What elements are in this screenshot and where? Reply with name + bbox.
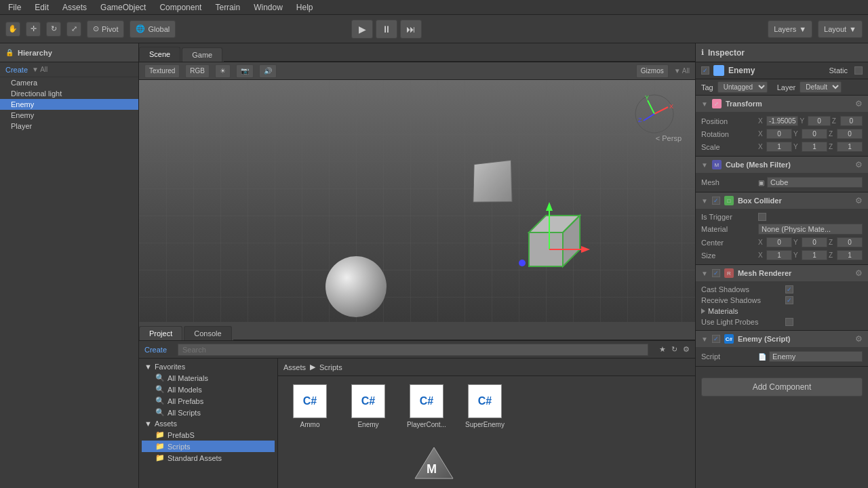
size-x[interactable]: 1 [766, 250, 792, 260]
tag-dropdown[interactable]: Untagged [717, 81, 768, 93]
play-button[interactable]: ▶ [351, 20, 373, 39]
use-light-probes-checkbox[interactable]: □ [785, 318, 793, 326]
mesh-renderer-header[interactable]: ▼ ✓ R Mesh Renderer ⚙ [696, 265, 868, 281]
rgb-dropdown[interactable]: RGB [185, 64, 210, 78]
file-superenemy[interactable]: SuperEnemy [461, 384, 509, 428]
scene-view[interactable]: X Y Z < Persp [139, 80, 695, 322]
script-value[interactable]: Enemy [769, 351, 863, 362]
layers-dropdown[interactable]: Layers ▼ [768, 20, 812, 38]
box-collider-settings-icon[interactable]: ⚙ [855, 196, 863, 205]
menu-assets[interactable]: Assets [60, 1, 90, 14]
hand-tool-icon[interactable]: ✋ [5, 22, 20, 37]
textured-dropdown[interactable]: Textured [144, 64, 180, 78]
sun-icon[interactable]: ☀ [215, 64, 231, 78]
rot-y[interactable]: 0 [802, 129, 827, 139]
tab-scene[interactable]: Scene [139, 47, 180, 62]
mesh-renderer-enable[interactable]: ✓ [712, 269, 720, 277]
tab-game[interactable]: Game [182, 47, 222, 62]
step-button[interactable]: ⏭ [400, 20, 422, 39]
camera-icon[interactable]: 📷 [236, 64, 254, 78]
all-prefabs-item[interactable]: 🔍 All Prefabs [142, 395, 275, 407]
menu-terrain[interactable]: Terrain [212, 1, 243, 14]
center-y[interactable]: 0 [802, 237, 827, 247]
material-value[interactable]: None (Physic Mate... [758, 224, 863, 235]
hierarchy-item-player[interactable]: Player [0, 121, 138, 131]
menu-window[interactable]: Window [251, 1, 285, 14]
menu-help[interactable]: Help [294, 1, 316, 14]
audio-icon[interactable]: 🔊 [259, 64, 277, 78]
hierarchy-item-enemy[interactable]: Enemy [0, 110, 138, 121]
pivot-button[interactable]: ⊙ Pivot [87, 20, 124, 38]
svg-text:Z: Z [638, 117, 642, 123]
pause-button[interactable]: ⏸ [376, 20, 397, 39]
gizmos-btn[interactable]: Gizmos [636, 64, 669, 78]
center-z[interactable]: 0 [837, 237, 863, 247]
hierarchy-create-btn[interactable]: Create [5, 66, 28, 74]
project-search-input[interactable] [178, 344, 648, 356]
rotate-tool-icon[interactable]: ↻ [46, 22, 61, 37]
all-materials-item[interactable]: 🔍 All Materials [142, 372, 275, 384]
assets-tree-item[interactable]: ▼ Assets [142, 418, 275, 429]
rot-x[interactable]: 0 [766, 129, 792, 139]
cast-shadows-checkbox[interactable]: ✓ [785, 285, 793, 293]
add-component-button[interactable]: Add Component [701, 378, 863, 396]
hierarchy-item-enemy-selected[interactable]: Enemy [0, 99, 138, 110]
menu-component[interactable]: Component [157, 1, 204, 14]
mesh-value[interactable]: Cube [767, 177, 863, 188]
mesh-renderer-settings-icon[interactable]: ⚙ [855, 268, 863, 278]
enemy-script-header[interactable]: ▼ ✓ C# Enemy (Script) ⚙ [696, 331, 868, 347]
trigger-checkbox[interactable]: □ [758, 213, 766, 221]
trigger-row: Is Trigger □ [701, 211, 863, 222]
enemy-script-settings-icon[interactable]: ⚙ [855, 334, 863, 344]
enable-checkbox[interactable]: ✓ [701, 66, 709, 75]
materials-row[interactable]: Materials [701, 306, 863, 317]
move-tool-icon[interactable]: ✛ [26, 22, 41, 37]
box-collider-enable[interactable]: ✓ [712, 197, 720, 205]
all-models-item[interactable]: 🔍 All Models [142, 384, 275, 395]
global-button[interactable]: 🌐 Global [130, 20, 176, 38]
star-icon[interactable]: ★ [659, 345, 666, 354]
box-collider-header[interactable]: ▼ ✓ □ Box Collider ⚙ [696, 192, 868, 209]
scale-tool-icon[interactable]: ⤢ [66, 22, 81, 37]
settings-icon[interactable]: ⚙ [683, 345, 690, 354]
scale-x[interactable]: 1 [766, 142, 792, 152]
prefabs-item[interactable]: 📁 PrefabS [142, 429, 275, 441]
static-checkbox[interactable]: □ [854, 66, 863, 75]
refresh-icon[interactable]: ↻ [671, 345, 677, 354]
mesh-filter-settings-icon[interactable]: ⚙ [855, 160, 863, 169]
receive-shadows-checkbox[interactable]: ✓ [785, 296, 793, 304]
scale-z[interactable]: 1 [837, 142, 863, 152]
assets-path[interactable]: Assets [283, 363, 306, 371]
tab-project[interactable]: Project [139, 326, 182, 340]
enemy-script-enable[interactable]: ✓ [712, 335, 720, 343]
all-scripts-item[interactable]: 🔍 All Scripts [142, 407, 275, 418]
favorites-tree-item[interactable]: ▼ Favorites [142, 361, 275, 372]
file-ammo[interactable]: Ammo [286, 384, 334, 428]
standard-assets-item[interactable]: 📁 Standard Assets [142, 452, 275, 464]
menu-gameobject[interactable]: GameObject [98, 1, 149, 14]
transform-header[interactable]: ▼ ⤢ Transform ⚙ [696, 96, 868, 112]
mesh-filter-header[interactable]: ▼ M Cube (Mesh Filter) ⚙ [696, 157, 868, 173]
file-enemy[interactable]: Enemy [344, 384, 392, 428]
pos-y[interactable]: 0 [808, 116, 830, 126]
pos-x[interactable]: -1.95005 [766, 116, 798, 126]
size-z[interactable]: 1 [837, 250, 863, 260]
project-create-btn[interactable]: Create [144, 346, 167, 354]
scale-y[interactable]: 1 [802, 142, 827, 152]
pos-z[interactable]: 0 [840, 116, 863, 126]
menu-edit[interactable]: Edit [32, 1, 52, 14]
scripts-item[interactable]: 📁 Scripts [142, 441, 275, 452]
scripts-path[interactable]: Scripts [319, 363, 342, 371]
size-y[interactable]: 1 [802, 250, 827, 260]
file-playercont[interactable]: PlayerCont... [403, 384, 450, 428]
layout-dropdown[interactable]: Layout ▼ [818, 20, 863, 38]
layer-dropdown[interactable]: Default [800, 81, 842, 93]
transform-settings-icon[interactable]: ⚙ [855, 99, 863, 108]
tab-console[interactable]: Console [184, 326, 231, 340]
rot-z[interactable]: 0 [837, 129, 863, 139]
center-x[interactable]: 0 [766, 237, 792, 247]
hierarchy-item-camera[interactable]: Camera [0, 77, 138, 88]
hierarchy-item-directional-light[interactable]: Directional light [0, 88, 138, 99]
object-name[interactable]: Enemy [728, 66, 825, 75]
menu-file[interactable]: File [5, 1, 24, 14]
